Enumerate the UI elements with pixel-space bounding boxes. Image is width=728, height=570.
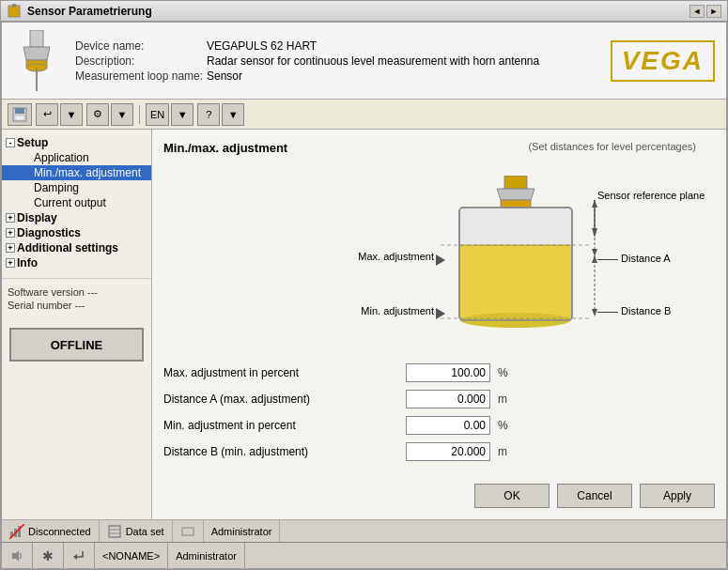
field-input-3[interactable] [406, 442, 490, 461]
status-dataset: Data set [126, 526, 164, 537]
prev-btn[interactable]: ◄ [689, 5, 705, 18]
field-input-0[interactable] [406, 363, 490, 382]
tree-label-info: Info [17, 256, 38, 270]
serial-number: Serial number --- [8, 300, 146, 311]
tree-item-additional[interactable]: + Additional settings [2, 240, 151, 255]
taskbar-segment-2[interactable]: ✱ [33, 543, 64, 568]
expand-additional[interactable]: + [6, 243, 15, 253]
description-value: Radar sensor for continuous level measur… [207, 54, 596, 68]
toolbar-save-btn[interactable] [8, 103, 32, 126]
description-label: Description: [75, 54, 207, 68]
vega-logo: VEGA [611, 40, 715, 82]
expand-setup[interactable]: - [6, 138, 15, 147]
toolbar-lang-arrow[interactable]: ▼ [171, 103, 194, 126]
status-segment-empty [173, 520, 204, 542]
field-unit-0: % [498, 366, 508, 379]
field-input-1[interactable] [406, 390, 490, 408]
svg-marker-38 [73, 554, 77, 560]
field-label-0: Max. adjustment in percent [163, 366, 398, 379]
tree-item-current-output[interactable]: Current output [2, 195, 151, 210]
action-buttons: OK Cancel Apply [163, 484, 715, 508]
toolbar-dropdown-1[interactable]: ↩ ▼ [36, 103, 83, 126]
svg-marker-25 [592, 255, 597, 263]
tree-item-damping[interactable]: Damping [2, 180, 151, 195]
taskbar-administrator: Administrator [176, 550, 237, 562]
ok-button[interactable]: OK [474, 484, 550, 508]
window-icon [7, 4, 22, 19]
field-input-2[interactable] [406, 416, 490, 435]
toolbar-divider-1 [139, 105, 140, 124]
svg-rect-2 [30, 30, 43, 47]
expand-diagnostics[interactable]: + [6, 228, 15, 238]
svg-marker-24 [592, 309, 597, 316]
tree-item-setup[interactable]: - Setup [2, 135, 151, 150]
expand-display[interactable]: + [6, 213, 15, 223]
toolbar-lang-btn[interactable]: EN [146, 103, 169, 126]
offline-button[interactable]: OFFLINE [9, 328, 144, 362]
field-label-2: Min. adjustment in percent [163, 419, 398, 432]
toolbar-lang-dropdown[interactable]: EN ▼ [146, 103, 194, 126]
toolbar-back-arrow[interactable]: ▼ [60, 103, 83, 126]
diagram-area: Max. adjustment Min. adjustment [163, 166, 715, 348]
next-btn[interactable]: ► [706, 5, 721, 18]
window-title: Sensor Parametrierung [27, 5, 684, 18]
window-controls[interactable]: ◄ ► [689, 5, 721, 18]
measurement-loop-label: Measurement loop name: [75, 69, 207, 83]
toolbar-back-btn[interactable]: ↩ [36, 103, 58, 126]
toolbar-help-arrow[interactable]: ▼ [222, 103, 244, 126]
tree-item-display[interactable]: + Display [2, 210, 151, 225]
expand-info[interactable]: + [6, 258, 15, 268]
distance-b-bracket [591, 255, 598, 316]
content-area: - Setup Application Min./max. adjustment… [2, 130, 726, 519]
device-name-value: VEGAPULS 62 HART [207, 39, 596, 53]
label-min-adjustment: Min. adjustment [321, 305, 434, 316]
field-unit-1: m [498, 393, 507, 406]
toolbar: ↩ ▼ ⚙ ▼ EN ▼ ? ▼ [2, 100, 726, 130]
label-distance-b: —— Distance B [597, 305, 671, 316]
tree-item-info[interactable]: + Info [2, 255, 151, 270]
toolbar-tools-btn[interactable]: ⚙ [86, 103, 109, 126]
measurement-loop-value: Sensor [207, 69, 596, 83]
taskbar-noname: <NONAME> [102, 550, 160, 562]
sidebar: - Setup Application Min./max. adjustment… [2, 130, 152, 519]
status-segment-admin: Administrator [204, 520, 281, 542]
form-row-1: Distance A (max. adjustment) m [163, 390, 715, 408]
svg-rect-35 [182, 528, 194, 535]
toolbar-help-btn[interactable]: ? [197, 103, 220, 126]
tree-item-min-max[interactable]: Min./max. adjustment [2, 165, 151, 180]
main-panel: Min./max. adjustment (Set distances for … [152, 130, 726, 519]
panel-title: Min./max. adjustment [163, 141, 287, 155]
device-icon [13, 30, 60, 91]
tree-item-diagnostics[interactable]: + Diagnostics [2, 225, 151, 240]
label-distance-a: —— Distance A [597, 253, 671, 264]
form-section: Max. adjustment in percent % Distance A … [163, 363, 715, 461]
svg-text:✱: ✱ [42, 548, 54, 563]
toolbar-tools-arrow[interactable]: ▼ [111, 103, 133, 126]
tree-item-application[interactable]: Application [2, 150, 151, 165]
device-info: Device name: VEGAPULS 62 HART Descriptio… [75, 39, 596, 83]
form-row-3: Distance B (min. adjustment) m [163, 442, 715, 461]
device-name-label: Device name: [75, 39, 207, 53]
svg-rect-32 [109, 526, 120, 537]
software-version: Software version --- [8, 286, 146, 298]
form-row-2: Min. adjustment in percent % [163, 416, 715, 435]
status-segment-dataset: Data set [100, 520, 173, 542]
status-administrator: Administrator [211, 526, 272, 537]
form-row-0: Max. adjustment in percent % [163, 363, 715, 382]
tree-label-additional: Additional settings [17, 241, 118, 254]
title-bar: Sensor Parametrierung ◄ ► [0, 0, 728, 21]
svg-marker-3 [23, 47, 50, 60]
taskbar: ✱ <NONAME> Administrator [2, 542, 726, 568]
tree-label-application: Application [34, 151, 89, 164]
return-icon [71, 548, 86, 563]
taskbar-segment-3[interactable] [64, 543, 95, 568]
toolbar-tools-dropdown[interactable]: ⚙ ▼ [86, 103, 133, 126]
svg-marker-36 [12, 550, 19, 562]
cancel-button[interactable]: Cancel [557, 484, 632, 508]
field-label-3: Distance B (min. adjustment) [163, 445, 398, 458]
field-unit-2: % [498, 419, 508, 432]
toolbar-help-dropdown[interactable]: ? ▼ [197, 103, 244, 126]
svg-rect-8 [15, 108, 24, 114]
apply-button[interactable]: Apply [640, 484, 715, 508]
dashed-lines [441, 176, 591, 349]
